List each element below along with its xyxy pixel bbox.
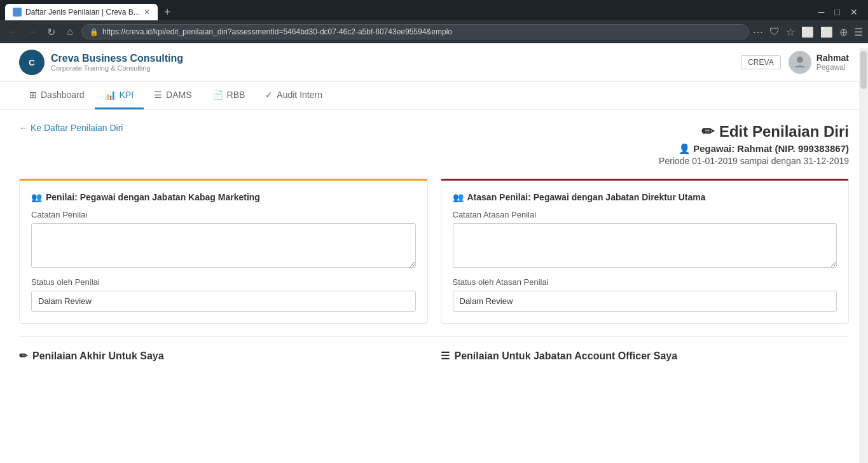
svg-text:C: C bbox=[29, 58, 35, 67]
page-header: ← Ke Daftar Penilaian Diri ✏ Edit Penila… bbox=[19, 123, 849, 166]
status-penilai-value: Dalam Review bbox=[31, 291, 416, 312]
left-card-header-text: Penilai: Pegawai dengan Jabatan Kabag Ma… bbox=[46, 192, 260, 202]
active-tab[interactable]: Daftar Jenis Penilaian | Creva B... ✕ bbox=[5, 4, 158, 20]
status-penilai-label: Status oleh Penilai bbox=[31, 277, 416, 287]
minimize-button[interactable]: ─ bbox=[818, 7, 825, 17]
user-avatar bbox=[789, 51, 811, 74]
dashboard-icon: ⊞ bbox=[29, 90, 37, 100]
pegawai-label: Pegawai: Rahmat (NIP. 999383867) bbox=[693, 143, 849, 154]
page-title: ✏ Edit Penilaian Diri bbox=[659, 123, 849, 141]
app-nav: ⊞ Dashboard 📊 KPI ☰ DAMS 📄 RBB ✓ Audit I… bbox=[0, 82, 868, 110]
new-tab-button[interactable]: + bbox=[160, 6, 175, 19]
nav-label-dashboard: Dashboard bbox=[41, 90, 85, 100]
scrollbar[interactable] bbox=[859, 48, 868, 375]
tab-favicon bbox=[13, 8, 22, 17]
address-bar[interactable]: 🔒 https://creva.id/kpi/edit_penilaian_di… bbox=[81, 24, 749, 39]
close-button[interactable]: ✕ bbox=[850, 7, 858, 17]
extensions-icon[interactable]: ⋯ bbox=[753, 26, 763, 38]
nav-item-rbb[interactable]: 📄 RBB bbox=[202, 82, 256, 109]
logo-text: Creva Business Consulting Corporate Trai… bbox=[51, 53, 183, 72]
page-title-text: Edit Penilaian Diri bbox=[719, 123, 849, 141]
edit-akhir-icon: ✏ bbox=[19, 350, 27, 362]
user-role: Pegawai bbox=[816, 63, 849, 72]
bottom-left-title: ✏ Penilaian Akhir Untuk Saya bbox=[19, 350, 428, 362]
menu-icon[interactable]: ☰ bbox=[854, 26, 863, 38]
page-title-area: ✏ Edit Penilaian Diri 👤 Pegawai: Rahmat … bbox=[659, 123, 849, 166]
user-name: Rahmat bbox=[816, 53, 849, 63]
app-header: C Creva Business Consulting Corporate Tr… bbox=[0, 43, 868, 82]
cards-row: 👥 Penilai: Pegawai dengan Jabatan Kabag … bbox=[19, 179, 849, 324]
dams-icon: ☰ bbox=[154, 90, 162, 100]
library-icon: ⬜ bbox=[801, 26, 814, 38]
lock-icon: 🔒 bbox=[90, 28, 99, 36]
url-text: https://creva.id/kpi/edit_penilaian_diri… bbox=[102, 27, 452, 36]
back-nav-button[interactable]: ← bbox=[5, 26, 20, 38]
atasan-icon: 👥 bbox=[453, 192, 464, 202]
bottom-right-title: ☰ Penilaian Untuk Jabatan Account Office… bbox=[441, 350, 850, 362]
nav-label-dams: DAMS bbox=[166, 90, 191, 100]
account-icon[interactable]: ⊕ bbox=[839, 26, 848, 38]
header-right: CREVA Rahmat Pegawai bbox=[741, 51, 849, 74]
tab-bar: Daftar Jenis Penilaian | Creva B... ✕ + … bbox=[0, 0, 868, 20]
scrollbar-thumb[interactable] bbox=[860, 51, 867, 89]
nav-item-audit-intern[interactable]: ✓ Audit Intern bbox=[255, 82, 333, 109]
logo-icon: C bbox=[19, 50, 45, 75]
bookmark-icon[interactable]: ☆ bbox=[786, 26, 795, 38]
nav-label-kpi: KPI bbox=[120, 90, 134, 100]
bottom-left-section: ✏ Penilaian Akhir Untuk Saya bbox=[19, 350, 428, 362]
left-card-header: 👥 Penilai: Pegawai dengan Jabatan Kabag … bbox=[31, 192, 416, 202]
home-button[interactable]: ⌂ bbox=[62, 26, 78, 38]
company-sub: Corporate Training & Consulting bbox=[51, 64, 183, 72]
status-atasan-value: Dalam Review bbox=[453, 291, 837, 312]
kpi-icon: 📊 bbox=[105, 90, 116, 100]
refresh-button[interactable]: ↻ bbox=[43, 26, 59, 38]
left-card: 👥 Penilai: Pegawai dengan Jabatan Kabag … bbox=[19, 179, 428, 324]
status-atasan-label: Status oleh Atasan Penilai bbox=[453, 277, 837, 287]
browser-chrome: Daftar Jenis Penilaian | Creva B... ✕ + … bbox=[0, 0, 868, 43]
nav-item-dams[interactable]: ☰ DAMS bbox=[144, 82, 202, 109]
maximize-button[interactable]: □ bbox=[835, 7, 840, 17]
page-pegawai: 👤 Pegawai: Rahmat (NIP. 999383867) bbox=[659, 143, 849, 155]
catatan-penilai-label: Catatan Penilai bbox=[31, 210, 416, 219]
bottom-right-title-text: Penilaian Untuk Jabatan Account Officer … bbox=[455, 350, 678, 362]
svg-point-2 bbox=[797, 57, 803, 63]
company-name: Creva Business Consulting bbox=[51, 53, 183, 64]
nav-item-kpi[interactable]: 📊 KPI bbox=[95, 82, 144, 109]
nav-label-audit-intern: Audit Intern bbox=[277, 90, 322, 100]
toolbar-actions: ⋯ 🛡 ☆ ⬜ ⬜ ⊕ ☰ bbox=[753, 26, 863, 38]
audit-icon: ✓ bbox=[265, 90, 273, 100]
user-details: Rahmat Pegawai bbox=[816, 53, 849, 72]
tab-close-button[interactable]: ✕ bbox=[144, 8, 150, 17]
catatan-atasan-input[interactable] bbox=[453, 223, 837, 268]
window-controls: ─ □ ✕ bbox=[818, 7, 863, 17]
forward-nav-button[interactable]: → bbox=[24, 26, 39, 38]
logo-area: C Creva Business Consulting Corporate Tr… bbox=[19, 50, 183, 75]
browser-toolbar: ← → ↻ ⌂ 🔒 https://creva.id/kpi/edit_peni… bbox=[0, 20, 868, 43]
tab-title: Daftar Jenis Penilaian | Creva B... bbox=[25, 8, 140, 17]
shield-icon[interactable]: 🛡 bbox=[769, 26, 780, 38]
rbb-icon: 📄 bbox=[212, 90, 223, 100]
reader-icon[interactable]: ⬜ bbox=[820, 26, 833, 38]
nav-label-rbb: RBB bbox=[227, 90, 245, 100]
back-link[interactable]: ← Ke Daftar Penilaian Diri bbox=[19, 123, 123, 133]
right-card-header: 👥 Atasan Penilai: Pegawai dengan Jabatan… bbox=[453, 192, 837, 202]
bottom-row: ✏ Penilaian Akhir Untuk Saya ☰ Penilaian… bbox=[19, 336, 849, 362]
nav-item-dashboard[interactable]: ⊞ Dashboard bbox=[19, 82, 95, 109]
bottom-left-title-text: Penilaian Akhir Untuk Saya bbox=[32, 350, 164, 362]
catatan-penilai-input[interactable] bbox=[31, 223, 416, 268]
person-icon: 👤 bbox=[679, 143, 691, 154]
bottom-right-section: ☰ Penilaian Untuk Jabatan Account Office… bbox=[441, 350, 850, 362]
catatan-atasan-label: Catatan Atasan Penilai bbox=[453, 210, 837, 219]
right-card-header-text: Atasan Penilai: Pegawai dengan Jabatan D… bbox=[467, 192, 706, 202]
main-content: ← Ke Daftar Penilaian Diri ✏ Edit Penila… bbox=[0, 110, 868, 375]
penilai-icon: 👥 bbox=[31, 192, 42, 202]
edit-icon: ✏ bbox=[701, 123, 714, 141]
right-card: 👥 Atasan Penilai: Pegawai dengan Jabatan… bbox=[441, 179, 850, 324]
page-period: Periode 01-01-2019 sampai dengan 31-12-2… bbox=[659, 156, 849, 166]
list-jabatan-icon: ☰ bbox=[441, 350, 450, 362]
creva-badge: CREVA bbox=[741, 55, 780, 69]
user-info: Rahmat Pegawai bbox=[789, 51, 849, 74]
